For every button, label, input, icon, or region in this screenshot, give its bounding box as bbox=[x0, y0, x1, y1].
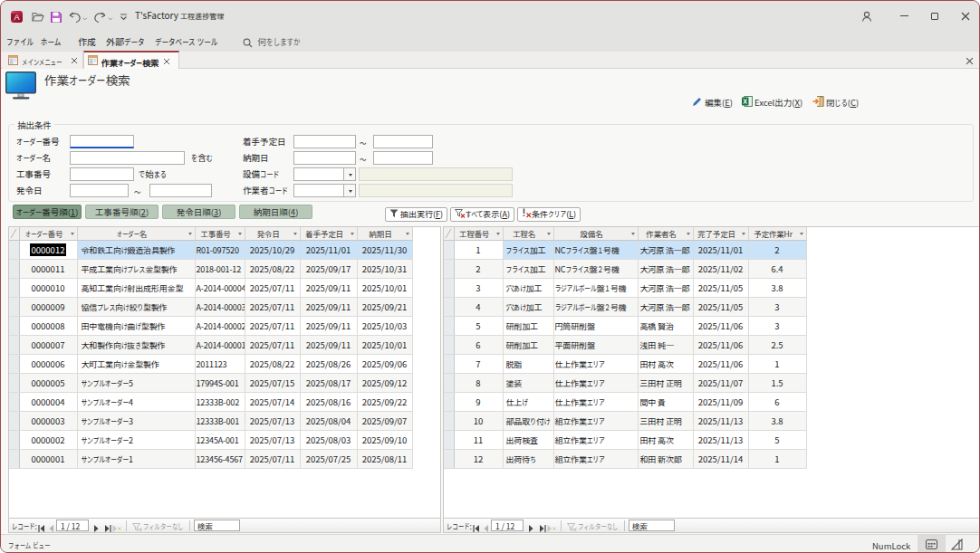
svg-text:A: A bbox=[14, 13, 19, 22]
